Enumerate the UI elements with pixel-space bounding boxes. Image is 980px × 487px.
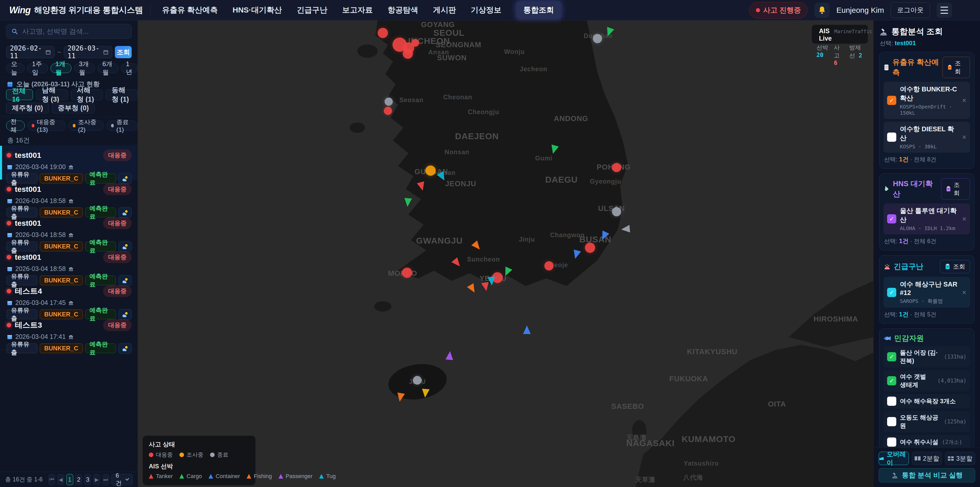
- incident-in-progress-badge[interactable]: 사고 진행중: [749, 2, 808, 18]
- legend-triangle-icon: [319, 474, 324, 479]
- page-button-2[interactable]: 2: [75, 474, 82, 485]
- status-filter-closed[interactable]: 종료 (1): [107, 121, 138, 131]
- incident-marker[interactable]: [403, 48, 413, 59]
- page-button-3[interactable]: 3: [84, 474, 91, 485]
- next-page-button[interactable]: ▶: [93, 474, 100, 485]
- resource-row-marine-park[interactable]: 오동도 해상공원 (125ha): [883, 411, 970, 432]
- status-filter-investigating[interactable]: 조사중 (2): [68, 121, 104, 131]
- last-page-button[interactable]: ⏭: [102, 474, 109, 485]
- incident-marker[interactable]: [385, 97, 393, 106]
- map-city-label: KUMAMOTO: [682, 434, 735, 444]
- incident-marker[interactable]: [612, 207, 621, 216]
- close-icon[interactable]: ×: [962, 288, 966, 297]
- nav-item-weather[interactable]: 기상정보: [471, 5, 501, 15]
- incident-marker[interactable]: [384, 107, 392, 115]
- date-query-button[interactable]: 조회: [115, 46, 132, 58]
- search-input[interactable]: [22, 27, 126, 35]
- prev-page-button[interactable]: ◀: [57, 474, 64, 485]
- date-to-input[interactable]: 2026-03-11: [64, 46, 112, 58]
- region-chip-all[interactable]: 전체 16: [6, 89, 33, 100]
- analysis-title: 통합분석 조회: [891, 26, 943, 37]
- status-filter-responding[interactable]: 대응중 (13): [27, 121, 66, 131]
- hns-query-button[interactable]: 조회: [941, 178, 970, 200]
- run-analysis-button[interactable]: 통합 분석 비교 실행: [879, 468, 975, 482]
- checkbox-unchecked[interactable]: [887, 133, 896, 142]
- checkbox-checked[interactable]: ✓: [887, 376, 896, 385]
- split-3-view-button[interactable]: 3분할: [945, 452, 975, 465]
- incident-marker[interactable]: [425, 166, 436, 176]
- resource-row-water-intake[interactable]: 여수 취수시설 (2개소): [883, 435, 970, 449]
- rescue-query-button[interactable]: 조회: [940, 260, 970, 273]
- range-chip-3month[interactable]: 3개월: [74, 63, 95, 73]
- region-chip-namhae[interactable]: 남해청 (3): [36, 89, 68, 100]
- resource-row-farm[interactable]: ✓ 돌산 어장 (김·전복) (131ha): [883, 346, 970, 367]
- checkbox-unchecked[interactable]: [887, 397, 896, 406]
- agency-building-icon: [68, 164, 74, 170]
- nav-item-rescue[interactable]: 긴급구난: [297, 5, 328, 15]
- incident-marker[interactable]: [585, 243, 595, 253]
- hns-item-toluene[interactable]: ✓ 울산 톨루엔 대기확산 ALOHA · IDLH 1.2km ×: [883, 203, 970, 235]
- agency-building-icon: [68, 334, 74, 340]
- resource-row-beaches[interactable]: 여수 해수욕장 3개소: [883, 394, 970, 408]
- map-city-label: Cheongju: [468, 108, 499, 116]
- incident-card[interactable]: test001대응중2026-03-04 18:58유류유출BUNKER_C예측…: [0, 180, 138, 214]
- range-chip-6month[interactable]: 6개월: [97, 63, 118, 73]
- checkbox-checked[interactable]: ✓: [887, 352, 896, 361]
- nav-item-integrated-search[interactable]: 통합조회: [516, 1, 561, 19]
- incident-marker[interactable]: [411, 39, 419, 47]
- close-icon[interactable]: ×: [962, 133, 966, 142]
- date-from-input[interactable]: 2026-02-11: [6, 46, 55, 58]
- checkbox-unchecked[interactable]: [887, 438, 896, 447]
- incident-card[interactable]: 테스트3대응중2026-03-04 17:41유류유출BUNKER_C예측완료: [0, 316, 138, 350]
- divider: [0, 117, 138, 117]
- notifications-button[interactable]: [815, 3, 830, 18]
- incident-marker[interactable]: [402, 268, 412, 278]
- incident-card[interactable]: test001대응중2026-03-04 19:00유류유출BUNKER_C예측…: [0, 146, 138, 180]
- range-chip-1month[interactable]: 1개월: [51, 63, 72, 73]
- incident-marker[interactable]: [612, 163, 621, 172]
- first-page-button[interactable]: ⏮: [48, 474, 55, 485]
- range-chip-today[interactable]: 오늘: [6, 63, 24, 73]
- oil-item-bunker-c[interactable]: ✓ 여수항 BUNKER-C 확산 KOSPS+OpenDrift · 150k…: [883, 82, 970, 119]
- range-chip-1year[interactable]: 1년: [121, 63, 138, 73]
- oil-query-button[interactable]: 조회: [942, 57, 970, 78]
- incident-card[interactable]: test001대응중2026-03-04 18:58유류유출BUNKER_C예측…: [0, 214, 138, 248]
- checkbox-checked[interactable]: ✓: [887, 214, 896, 224]
- incident-marker[interactable]: [593, 34, 602, 43]
- rescue-item-sar12[interactable]: ✓ 여수 해상구난 SAR #12 SAROPS · 확률맵 ×: [883, 277, 970, 308]
- page-size-select[interactable]: 6건: [111, 474, 133, 485]
- region-chip-jeju[interactable]: 제주청 (0): [6, 103, 49, 113]
- status-filter-all[interactable]: 전체: [6, 121, 25, 131]
- checkbox-checked[interactable]: ✓: [887, 96, 896, 105]
- incident-search-box[interactable]: [6, 24, 132, 39]
- incident-status-badge: 대응중: [103, 217, 132, 229]
- checkbox-checked[interactable]: ✓: [887, 288, 896, 297]
- close-icon[interactable]: ×: [962, 214, 966, 223]
- region-chip-seohae[interactable]: 서해청 (1): [71, 89, 103, 100]
- close-icon[interactable]: ×: [962, 96, 966, 105]
- weather-button[interactable]: [118, 343, 132, 354]
- nav-item-board[interactable]: 게시판: [433, 5, 456, 15]
- map-canvas[interactable]: GOYANGSEOULINCHEONSEONGNAMAnsanSUWONWonj…: [138, 21, 873, 487]
- region-chip-donghae[interactable]: 동해청 (1): [106, 89, 138, 100]
- oil-item-diesel[interactable]: 여수항 DIESEL 확산 KOSPS · 30kL ×: [883, 121, 970, 153]
- split-2-view-button[interactable]: 2분할: [912, 452, 942, 465]
- nav-item-aerial[interactable]: 항공탐색: [388, 5, 418, 15]
- overlay-view-button[interactable]: 오버레이: [879, 452, 909, 465]
- checkbox-unchecked[interactable]: [887, 417, 896, 426]
- nav-item-hns[interactable]: HNS·대기확산: [232, 5, 282, 15]
- incident-card[interactable]: 테스트4대응중2026-03-04 17:45유류유출BUNKER_C예측완료: [0, 282, 138, 316]
- incident-card[interactable]: test001대응중2026-03-04 18:58유류유출BUNKER_C예측…: [0, 248, 138, 282]
- range-chip-1week[interactable]: 1주일: [27, 63, 48, 73]
- incident-marker[interactable]: [413, 376, 422, 385]
- resource-row-tidal-flat[interactable]: ✓ 여수 갯벌 생태계 (4,013ha): [883, 370, 970, 391]
- nav-item-oil-spill[interactable]: 유출유 확산예측: [162, 5, 218, 15]
- menu-button[interactable]: [937, 3, 952, 18]
- nav-item-reports[interactable]: 보고자료: [342, 5, 373, 15]
- logout-button[interactable]: 로그아웃: [891, 2, 930, 18]
- incident-marker[interactable]: [378, 28, 388, 38]
- map-city-label: KITAKYUSHU: [687, 348, 738, 356]
- page-button-1[interactable]: 1: [66, 474, 73, 485]
- incident-marker[interactable]: [544, 261, 554, 270]
- region-chip-jungbu[interactable]: 중부청 (0): [52, 103, 95, 113]
